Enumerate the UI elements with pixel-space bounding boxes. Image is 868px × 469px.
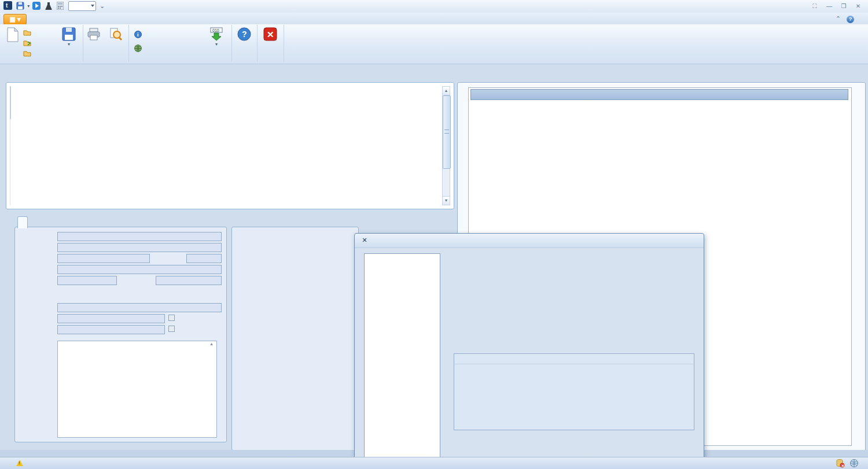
info-icon: i bbox=[134, 31, 142, 38]
svg-text:?: ? bbox=[242, 29, 247, 39]
about-register-button[interactable]: i bbox=[134, 29, 144, 39]
svg-text:✕: ✕ bbox=[267, 29, 274, 39]
scrollbar-thumb[interactable] bbox=[443, 95, 451, 169]
dialog-close-icon[interactable]: ✕ bbox=[360, 237, 369, 245]
fit-screen-icon[interactable]: ⛶ bbox=[808, 2, 821, 10]
title-bar: t ▾ ⌄ ⛶ — ❐ ✕ bbox=[0, 0, 868, 13]
help-question-icon: ? bbox=[237, 27, 251, 41]
open-button[interactable] bbox=[23, 27, 33, 37]
aperture-area-field[interactable] bbox=[57, 265, 222, 274]
save-button[interactable]: ▾ bbox=[59, 26, 79, 54]
code-field[interactable] bbox=[57, 243, 222, 252]
application-menu-button[interactable]: ▦ ▾ bbox=[3, 14, 27, 25]
folder-close-icon bbox=[23, 39, 31, 46]
comments-scroll-up-icon[interactable]: ▲ bbox=[209, 342, 214, 346]
folder-open-icon bbox=[23, 29, 31, 36]
sub-code-field[interactable] bbox=[57, 232, 222, 241]
date-field[interactable] bbox=[57, 303, 222, 312]
window-controls: ⛶ — ❐ ✕ bbox=[808, 2, 865, 10]
status-bar: ✕ bbox=[0, 457, 868, 469]
scroll-down-icon[interactable]: ▼ bbox=[443, 196, 450, 205]
calculator-icon[interactable] bbox=[57, 2, 64, 11]
svg-text:i: i bbox=[137, 32, 139, 38]
close-window-icon[interactable]: ✕ bbox=[852, 2, 865, 10]
exit-button[interactable]: ✕ bbox=[260, 26, 281, 54]
ribbon-group-help: ? bbox=[231, 25, 258, 62]
details-panel: ▲ bbox=[14, 227, 227, 442]
restore-icon[interactable]: ❐ bbox=[837, 2, 850, 10]
import-button[interactable] bbox=[23, 48, 33, 58]
close-file-button[interactable] bbox=[23, 38, 33, 47]
warning-icon bbox=[16, 460, 23, 466]
dialog-title-bar[interactable]: ✕ bbox=[355, 234, 704, 248]
defaults-groupbox bbox=[454, 353, 694, 430]
details-tab-strip bbox=[17, 216, 29, 227]
irradiance-field[interactable] bbox=[57, 325, 165, 334]
material-field[interactable] bbox=[156, 276, 222, 285]
comments-textarea[interactable] bbox=[57, 341, 217, 438]
flask-icon[interactable] bbox=[45, 2, 53, 11]
ribbon-group-printing bbox=[83, 25, 129, 62]
update-button[interactable]: 010 ▾ bbox=[205, 26, 228, 54]
globe-icon bbox=[134, 45, 142, 52]
rera-web-button[interactable] bbox=[134, 43, 144, 53]
ribbon-group-about: i 010 ▾ bbox=[128, 25, 232, 62]
ribbon-help-icon[interactable]: ? bbox=[847, 16, 854, 23]
curve-field[interactable] bbox=[57, 254, 150, 263]
results-table-panel: ▲ ▼ bbox=[6, 82, 454, 209]
ribbon-right-controls: ⌃? bbox=[836, 15, 854, 23]
new-page-icon bbox=[6, 27, 20, 41]
database-error-icon[interactable]: ✕ bbox=[836, 459, 845, 469]
quick-access-toolbar: t ▾ bbox=[2, 1, 65, 12]
cell-number-field[interactable] bbox=[186, 254, 222, 263]
svg-text:010: 010 bbox=[212, 28, 219, 32]
magnifier-icon bbox=[109, 27, 123, 41]
update-download-icon: 010 bbox=[209, 27, 223, 41]
tracer-options-dialog: ✕ bbox=[354, 233, 704, 469]
intensity-combo[interactable] bbox=[68, 1, 96, 11]
printer-icon bbox=[87, 27, 101, 41]
ribbon-group-file: ▾ bbox=[1, 25, 83, 62]
folder-import-icon bbox=[23, 50, 31, 57]
results-table[interactable] bbox=[10, 119, 440, 205]
network-status-icon[interactable] bbox=[849, 459, 859, 469]
scroll-up-icon[interactable]: ▲ bbox=[443, 87, 450, 95]
ribbon: ▾ i 010 ▾ ? ✕ bbox=[0, 24, 868, 64]
save-icon[interactable] bbox=[16, 2, 24, 11]
temperature-corr-checkbox[interactable] bbox=[168, 315, 175, 321]
ribbon-tab-row bbox=[0, 13, 868, 24]
irradiance-corr-checkbox[interactable] bbox=[168, 326, 175, 332]
app-logo-icon: t bbox=[3, 1, 12, 11]
exit-x-icon: ✕ bbox=[263, 27, 277, 41]
collapse-ribbon-icon[interactable]: ⌃ bbox=[836, 15, 841, 22]
floppy-icon bbox=[62, 27, 76, 41]
temperature-field[interactable] bbox=[57, 314, 165, 323]
preview-button[interactable] bbox=[105, 26, 127, 54]
ribbon-group-exit: ✕ bbox=[257, 25, 284, 62]
table-header bbox=[10, 86, 11, 119]
minimize-icon[interactable]: — bbox=[823, 2, 836, 10]
print-button[interactable] bbox=[84, 26, 104, 54]
run-icon[interactable] bbox=[32, 2, 41, 11]
tab-details[interactable] bbox=[17, 216, 28, 228]
mm-field[interactable] bbox=[57, 276, 117, 285]
table-scrollbar[interactable]: ▲ ▼ bbox=[442, 86, 450, 205]
options-tree[interactable] bbox=[364, 253, 440, 461]
svg-text:✕: ✕ bbox=[841, 464, 845, 468]
help-button[interactable]: ? bbox=[234, 26, 255, 54]
qat-overflow-chevron[interactable]: ⌄ bbox=[100, 2, 105, 10]
new-button[interactable] bbox=[3, 26, 22, 54]
parameters-panel bbox=[231, 227, 359, 450]
save-dropdown-caret[interactable]: ▾ bbox=[27, 3, 30, 9]
